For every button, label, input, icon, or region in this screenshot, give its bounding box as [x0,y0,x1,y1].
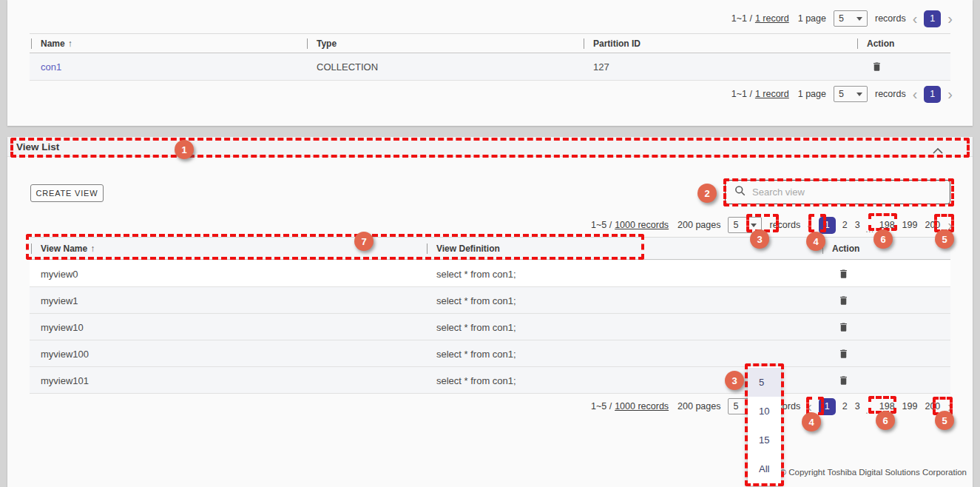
search-icon [734,185,746,199]
next-page-button[interactable]: › [944,398,956,414]
view-name: myview0 [41,268,78,279]
page-button-2[interactable]: 2 [839,401,851,412]
view-row-myview0: myview0 select * from con1; [30,261,950,287]
section-title: View List [16,141,59,152]
page-ellipsis: … [864,406,876,416]
sort-up-icon: ↑ [90,243,95,254]
container-table-card: 1~1 / 1 record 1 page 5 records ‹ 1 › Na… [7,0,973,126]
delete-icon[interactable] [838,320,849,333]
page-button-active[interactable]: 1 [924,10,941,27]
container-pagination-top: 1~1 / 1 record 1 page 5 records ‹ 1 › [729,9,956,28]
container-name-link[interactable]: con1 [41,61,61,73]
search-view-input[interactable] [752,187,941,198]
page-count-label: 200 pages [677,220,720,230]
prev-page-button[interactable]: ‹ [803,398,816,414]
page-ellipsis: … [864,224,876,235]
record-range: 1~5 / [591,401,612,412]
next-page-button[interactable]: › [944,86,956,102]
container-partition: 127 [593,61,609,73]
page-size-value: 5 [733,220,738,230]
view-name: myview1 [41,295,78,306]
column-divider [31,243,32,254]
delete-icon[interactable] [838,374,849,386]
delete-icon[interactable] [838,294,849,306]
caret-down-icon [856,93,862,96]
column-header-view-definition[interactable]: View Definition [436,243,500,254]
view-row-myview1: myview1 select * from con1; [30,287,950,314]
view-row-myview100: myview100 select * from con1; [30,340,950,367]
column-divider [427,243,428,254]
page-size-select[interactable]: 5 [834,10,868,27]
page-button-198[interactable]: 198 [876,401,899,412]
record-range: 1~1 / [731,13,752,24]
column-header-action: Action [867,38,894,49]
page-button-3[interactable]: 3 [851,220,864,230]
column-header-name[interactable]: Name↑ [41,38,72,49]
page-button-active[interactable]: 1 [924,86,941,103]
page-size-option-10[interactable]: 10 [748,397,781,426]
column-divider [584,38,584,49]
page-button-199[interactable]: 199 [899,220,922,230]
prev-page-button[interactable]: ‹ [909,10,922,27]
search-view-box [725,180,950,204]
column-divider [307,38,308,49]
next-page-button[interactable]: › [944,217,956,233]
container-table-header: Name↑ Type Partition ID Action [30,33,950,53]
records-count-link[interactable]: 1000 records [615,401,669,412]
caret-down-icon [751,224,757,227]
view-definition: select * from con1; [436,375,516,386]
column-divider [822,243,823,254]
view-definition: select * from con1; [436,321,516,332]
page-size-option-15[interactable]: 15 [748,426,781,454]
column-header-partition[interactable]: Partition ID [593,38,641,49]
records-count-link[interactable]: 1 record [755,89,789,99]
column-header-action: Action [832,243,859,254]
page-count-label: 200 pages [677,401,720,412]
column-divider [857,38,858,49]
page-button-3[interactable]: 3 [851,401,864,412]
page-button-199[interactable]: 199 [899,401,922,412]
page-size-option-5[interactable]: 5 [748,368,781,397]
view-pagination-top: 1~5 / 1000 records 200 pages 5 records ‹… [588,215,956,235]
column-divider [31,38,32,49]
view-name: myview10 [41,321,84,332]
records-count-link[interactable]: 1 record [755,13,789,24]
page-button-198[interactable]: 198 [876,220,899,230]
container-type: COLLECTION [317,61,378,73]
page-count-label: 1 page [798,13,826,24]
records-label: records [769,220,800,230]
chevron-up-icon[interactable] [933,144,943,157]
column-header-type[interactable]: Type [317,38,337,49]
view-definition: select * from con1; [436,348,516,359]
caret-down-icon [856,17,862,21]
delete-icon[interactable] [871,61,882,73]
page-size-value: 5 [839,89,844,99]
record-range: 1~1 / [731,89,752,99]
view-list-card: View List CREATE VIEW 1~5 / 1000 records… [7,137,973,487]
page-button-200[interactable]: 200 [921,220,944,230]
delete-icon[interactable] [838,267,849,280]
view-row-myview10: myview10 select * from con1; [30,314,950,340]
delete-icon[interactable] [838,347,849,360]
view-table-header: View Name↑ View Definition Action [30,237,950,260]
records-label: records [875,13,906,24]
view-name: myview100 [41,348,89,359]
sort-up-icon: ↑ [68,38,72,49]
prev-page-button[interactable]: ‹ [909,86,922,102]
page-button-2[interactable]: 2 [839,220,851,230]
column-header-view-name[interactable]: View Name↑ [41,243,95,254]
page-button-200[interactable]: 200 [921,401,944,412]
view-definition: select * from con1; [436,295,516,306]
page-size-select[interactable]: 5 [834,86,868,102]
page-button-1-active[interactable]: 1 [819,217,836,234]
next-page-button[interactable]: › [944,10,956,27]
prev-page-button[interactable]: ‹ [803,217,816,233]
page-size-select[interactable]: 5 [728,217,762,233]
page-size-menu: 5 10 15 All [748,366,781,486]
page-button-1-active[interactable]: 1 [819,398,836,415]
view-list-header-bar[interactable]: View List [7,137,973,157]
records-count-link[interactable]: 1000 records [615,220,669,230]
create-view-button[interactable]: CREATE VIEW [30,184,104,202]
records-label: records [875,89,906,99]
page-size-option-all[interactable]: All [748,454,781,483]
